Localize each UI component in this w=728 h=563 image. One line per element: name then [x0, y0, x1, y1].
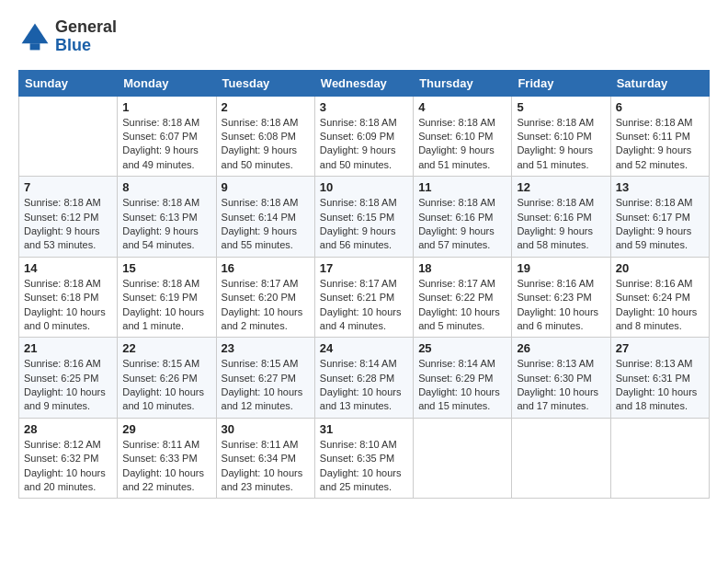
- day-info: Sunrise: 8:18 AM Sunset: 6:16 PM Dayligh…: [418, 196, 506, 253]
- day-number: 3: [320, 100, 408, 114]
- logo-icon: [18, 20, 51, 53]
- weekday-header-sunday: Sunday: [19, 70, 118, 96]
- day-number: 24: [320, 341, 408, 355]
- day-info: Sunrise: 8:18 AM Sunset: 6:17 PM Dayligh…: [616, 196, 704, 253]
- day-number: 22: [122, 341, 210, 355]
- calendar-cell: 2Sunrise: 8:18 AM Sunset: 6:08 PM Daylig…: [216, 96, 314, 177]
- day-number: 16: [222, 261, 310, 275]
- weekday-header-wednesday: Wednesday: [314, 70, 413, 96]
- calendar-cell: 8Sunrise: 8:18 AM Sunset: 6:13 PM Daylig…: [118, 177, 216, 258]
- calendar-cell: 19Sunrise: 8:16 AM Sunset: 6:23 PM Dayli…: [512, 257, 610, 338]
- calendar-cell: 7Sunrise: 8:18 AM Sunset: 6:12 PM Daylig…: [19, 177, 118, 258]
- day-number: 6: [616, 100, 704, 114]
- calendar-cell: [19, 96, 118, 177]
- logo: General Blue: [18, 18, 117, 55]
- calendar-cell: 12Sunrise: 8:18 AM Sunset: 6:16 PM Dayli…: [512, 177, 610, 258]
- day-info: Sunrise: 8:11 AM Sunset: 6:34 PM Dayligh…: [222, 438, 310, 495]
- day-info: Sunrise: 8:13 AM Sunset: 6:30 PM Dayligh…: [517, 357, 605, 414]
- calendar-cell: 20Sunrise: 8:16 AM Sunset: 6:24 PM Dayli…: [610, 257, 709, 338]
- calendar-cell: 4Sunrise: 8:18 AM Sunset: 6:10 PM Daylig…: [414, 96, 512, 177]
- calendar-cell: 15Sunrise: 8:18 AM Sunset: 6:19 PM Dayli…: [118, 257, 216, 338]
- day-info: Sunrise: 8:18 AM Sunset: 6:08 PM Dayligh…: [222, 116, 310, 173]
- day-number: 4: [418, 100, 506, 114]
- day-number: 20: [616, 261, 704, 275]
- day-number: 10: [320, 180, 408, 194]
- weekday-header-friday: Friday: [512, 70, 610, 96]
- day-number: 26: [517, 341, 605, 355]
- page-header: General Blue: [18, 18, 710, 55]
- day-info: Sunrise: 8:18 AM Sunset: 6:15 PM Dayligh…: [320, 196, 408, 253]
- calendar-cell: 21Sunrise: 8:16 AM Sunset: 6:25 PM Dayli…: [19, 338, 118, 419]
- day-number: 28: [24, 422, 112, 436]
- calendar-cell: 28Sunrise: 8:12 AM Sunset: 6:32 PM Dayli…: [19, 418, 118, 499]
- day-number: 27: [616, 341, 704, 355]
- calendar-cell: 16Sunrise: 8:17 AM Sunset: 6:20 PM Dayli…: [216, 257, 314, 338]
- day-number: 9: [222, 180, 310, 194]
- calendar-cell: [512, 418, 610, 499]
- day-info: Sunrise: 8:14 AM Sunset: 6:29 PM Dayligh…: [418, 357, 506, 414]
- day-info: Sunrise: 8:18 AM Sunset: 6:10 PM Dayligh…: [517, 116, 605, 173]
- day-info: Sunrise: 8:11 AM Sunset: 6:33 PM Dayligh…: [122, 438, 210, 495]
- day-info: Sunrise: 8:18 AM Sunset: 6:11 PM Dayligh…: [616, 116, 704, 173]
- day-info: Sunrise: 8:18 AM Sunset: 6:19 PM Dayligh…: [122, 277, 210, 334]
- day-number: 13: [616, 180, 704, 194]
- calendar-cell: 14Sunrise: 8:18 AM Sunset: 6:18 PM Dayli…: [19, 257, 118, 338]
- calendar-cell: 24Sunrise: 8:14 AM Sunset: 6:28 PM Dayli…: [314, 338, 413, 419]
- logo-text: General Blue: [55, 18, 117, 55]
- day-info: Sunrise: 8:16 AM Sunset: 6:23 PM Dayligh…: [517, 277, 605, 334]
- day-number: 12: [517, 180, 605, 194]
- calendar-cell: 5Sunrise: 8:18 AM Sunset: 6:10 PM Daylig…: [512, 96, 610, 177]
- day-info: Sunrise: 8:17 AM Sunset: 6:20 PM Dayligh…: [222, 277, 310, 334]
- day-number: 19: [517, 261, 605, 275]
- day-info: Sunrise: 8:17 AM Sunset: 6:21 PM Dayligh…: [320, 277, 408, 334]
- day-number: 5: [517, 100, 605, 114]
- logo-blue: Blue: [55, 36, 91, 54]
- calendar-cell: [414, 418, 512, 499]
- day-info: Sunrise: 8:12 AM Sunset: 6:32 PM Dayligh…: [24, 438, 112, 495]
- day-number: 14: [24, 261, 112, 275]
- calendar-cell: 27Sunrise: 8:13 AM Sunset: 6:31 PM Dayli…: [610, 338, 709, 419]
- calendar-cell: 9Sunrise: 8:18 AM Sunset: 6:14 PM Daylig…: [216, 177, 314, 258]
- day-number: 2: [222, 100, 310, 114]
- calendar-cell: 3Sunrise: 8:18 AM Sunset: 6:09 PM Daylig…: [314, 96, 413, 177]
- day-number: 7: [24, 180, 112, 194]
- day-info: Sunrise: 8:18 AM Sunset: 6:16 PM Dayligh…: [517, 196, 605, 253]
- day-number: 18: [418, 261, 506, 275]
- svg-rect-1: [30, 43, 40, 50]
- day-info: Sunrise: 8:14 AM Sunset: 6:28 PM Dayligh…: [320, 357, 408, 414]
- calendar-cell: 26Sunrise: 8:13 AM Sunset: 6:30 PM Dayli…: [512, 338, 610, 419]
- day-info: Sunrise: 8:18 AM Sunset: 6:09 PM Dayligh…: [320, 116, 408, 173]
- day-info: Sunrise: 8:18 AM Sunset: 6:12 PM Dayligh…: [24, 196, 112, 253]
- day-info: Sunrise: 8:18 AM Sunset: 6:10 PM Dayligh…: [418, 116, 506, 173]
- calendar-table: SundayMondayTuesdayWednesdayThursdayFrid…: [18, 70, 710, 500]
- weekday-header-saturday: Saturday: [610, 70, 709, 96]
- day-number: 11: [418, 180, 506, 194]
- calendar-cell: 29Sunrise: 8:11 AM Sunset: 6:33 PM Dayli…: [118, 418, 216, 499]
- day-number: 25: [418, 341, 506, 355]
- weekday-header-thursday: Thursday: [414, 70, 512, 96]
- day-info: Sunrise: 8:16 AM Sunset: 6:25 PM Dayligh…: [24, 357, 112, 414]
- day-number: 30: [222, 422, 310, 436]
- day-number: 21: [24, 341, 112, 355]
- day-info: Sunrise: 8:13 AM Sunset: 6:31 PM Dayligh…: [616, 357, 704, 414]
- day-info: Sunrise: 8:17 AM Sunset: 6:22 PM Dayligh…: [418, 277, 506, 334]
- calendar-cell: 18Sunrise: 8:17 AM Sunset: 6:22 PM Dayli…: [414, 257, 512, 338]
- day-number: 8: [122, 180, 210, 194]
- logo-general: General: [55, 17, 117, 36]
- calendar-cell: 23Sunrise: 8:15 AM Sunset: 6:27 PM Dayli…: [216, 338, 314, 419]
- calendar-cell: 13Sunrise: 8:18 AM Sunset: 6:17 PM Dayli…: [610, 177, 709, 258]
- calendar-cell: 30Sunrise: 8:11 AM Sunset: 6:34 PM Dayli…: [216, 418, 314, 499]
- day-info: Sunrise: 8:10 AM Sunset: 6:35 PM Dayligh…: [320, 438, 408, 495]
- calendar-cell: 22Sunrise: 8:15 AM Sunset: 6:26 PM Dayli…: [118, 338, 216, 419]
- calendar-cell: 6Sunrise: 8:18 AM Sunset: 6:11 PM Daylig…: [610, 96, 709, 177]
- day-info: Sunrise: 8:15 AM Sunset: 6:27 PM Dayligh…: [222, 357, 310, 414]
- day-number: 17: [320, 261, 408, 275]
- calendar-cell: 31Sunrise: 8:10 AM Sunset: 6:35 PM Dayli…: [314, 418, 413, 499]
- day-number: 1: [122, 100, 210, 114]
- day-info: Sunrise: 8:16 AM Sunset: 6:24 PM Dayligh…: [616, 277, 704, 334]
- calendar-cell: 10Sunrise: 8:18 AM Sunset: 6:15 PM Dayli…: [314, 177, 413, 258]
- day-number: 23: [222, 341, 310, 355]
- day-info: Sunrise: 8:18 AM Sunset: 6:07 PM Dayligh…: [122, 116, 210, 173]
- weekday-header-tuesday: Tuesday: [216, 70, 314, 96]
- calendar-cell: 25Sunrise: 8:14 AM Sunset: 6:29 PM Dayli…: [414, 338, 512, 419]
